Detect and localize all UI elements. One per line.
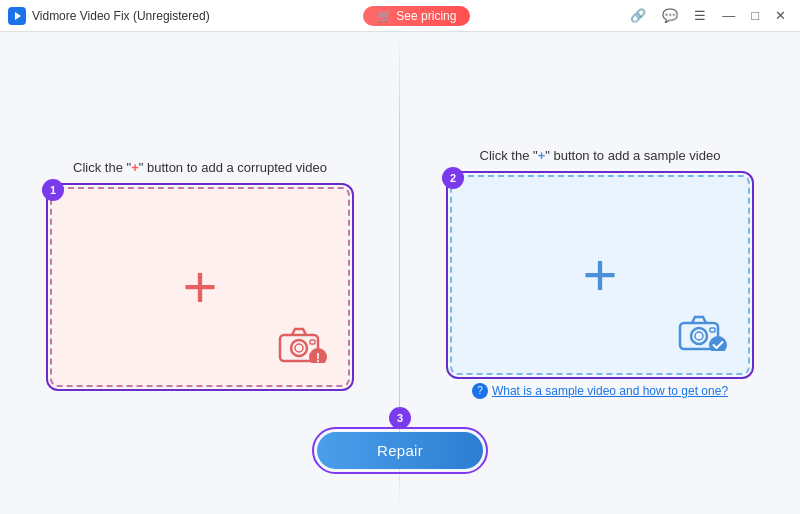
- svg-point-4: [295, 344, 303, 352]
- step-3-badge: 3: [389, 407, 411, 429]
- svg-point-10: [695, 332, 703, 340]
- repair-button[interactable]: Repair: [317, 432, 483, 469]
- right-instruction: Click the "+" button to add a sample vid…: [480, 148, 721, 163]
- menu-icon: ☰: [694, 8, 706, 23]
- repair-button-container: Repair: [312, 427, 488, 474]
- sample-link-wrap: ? What is a sample video and how to get …: [472, 383, 728, 399]
- svg-point-9: [691, 328, 707, 344]
- maximize-button[interactable]: □: [745, 6, 765, 25]
- svg-point-3: [291, 340, 307, 356]
- svg-rect-5: [310, 340, 315, 344]
- right-plus-icon: +: [582, 245, 617, 305]
- title-center: 🛒 See pricing: [363, 6, 470, 26]
- svg-rect-11: [710, 328, 715, 332]
- chat-button[interactable]: 💬: [656, 6, 684, 25]
- sample-video-link[interactable]: What is a sample video and how to get on…: [492, 384, 728, 398]
- app-logo-icon: [8, 7, 26, 25]
- maximize-icon: □: [751, 8, 759, 23]
- left-plus-icon: +: [182, 257, 217, 317]
- step-1-badge: 1: [42, 179, 64, 201]
- link-icon: 🔗: [630, 8, 646, 23]
- cart-icon: 🛒: [377, 9, 392, 23]
- minimize-icon: —: [722, 8, 735, 23]
- title-left: Vidmore Video Fix (Unregistered): [8, 7, 210, 25]
- close-button[interactable]: ✕: [769, 6, 792, 25]
- svg-point-12: [709, 336, 727, 351]
- see-pricing-label: See pricing: [396, 9, 456, 23]
- minimize-button[interactable]: —: [716, 6, 741, 25]
- corrupt-camera-icon: !: [278, 325, 330, 367]
- left-drop-zone[interactable]: 1 + !: [50, 187, 350, 387]
- close-icon: ✕: [775, 8, 786, 23]
- chat-icon: 💬: [662, 8, 678, 23]
- link-button[interactable]: 🔗: [624, 6, 652, 25]
- title-bar: Vidmore Video Fix (Unregistered) 🛒 See p…: [0, 0, 800, 32]
- bottom-area: 3 Repair: [312, 407, 488, 474]
- left-instruction: Click the "+" button to add a corrupted …: [73, 160, 327, 175]
- sample-camera-icon: [678, 313, 730, 355]
- main-content: Click the "+" button to add a corrupted …: [0, 32, 800, 514]
- see-pricing-button[interactable]: 🛒 See pricing: [363, 6, 470, 26]
- question-icon: ?: [472, 383, 488, 399]
- step-2-badge: 2: [442, 167, 464, 189]
- title-right: 🔗 💬 ☰ — □ ✕: [624, 6, 792, 25]
- svg-text:!: !: [316, 350, 320, 363]
- menu-button[interactable]: ☰: [688, 6, 712, 25]
- app-title-text: Vidmore Video Fix (Unregistered): [32, 9, 210, 23]
- right-drop-zone[interactable]: 2 +: [450, 175, 750, 375]
